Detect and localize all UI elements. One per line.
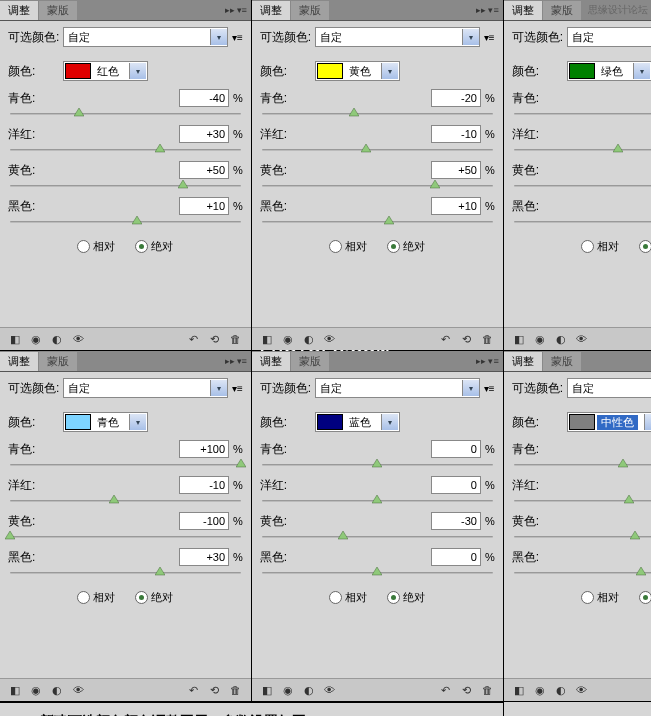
layer-icon[interactable]: ◧ <box>510 331 528 347</box>
trash-icon[interactable]: 🗑 <box>227 682 245 698</box>
back-icon[interactable]: ↶ <box>185 331 203 347</box>
radio-relative[interactable]: 相对 <box>77 590 115 605</box>
slider[interactable] <box>262 530 493 546</box>
radio-absolute[interactable]: 绝对 <box>387 590 425 605</box>
radio-absolute[interactable]: 绝对 <box>639 239 651 254</box>
preset-input[interactable] <box>64 380 210 396</box>
color-dropdown[interactable]: 黄色 ▾ <box>315 61 400 81</box>
chevron-down-icon[interactable]: ▾ <box>462 380 479 396</box>
panel-menu-icon[interactable]: ▾≡ <box>484 32 495 43</box>
tab-adjust[interactable]: 调整 <box>252 352 290 371</box>
slider[interactable] <box>10 215 241 231</box>
panel-menu-icon[interactable]: ▾≡ <box>232 32 243 43</box>
menu-icon[interactable]: ▾≡ <box>488 356 498 366</box>
preset-input[interactable] <box>64 29 210 45</box>
chevron-down-icon[interactable]: ▾ <box>210 380 227 396</box>
clip-icon[interactable]: ◐ <box>300 682 318 698</box>
preset-dropdown[interactable]: ▾ <box>63 378 228 398</box>
visibility-icon[interactable]: 👁 <box>321 331 339 347</box>
value-input[interactable] <box>179 440 229 458</box>
tab-adjust[interactable]: 调整 <box>504 352 542 371</box>
back-icon[interactable]: ↶ <box>437 331 455 347</box>
slider[interactable] <box>262 458 493 474</box>
preset-dropdown[interactable]: ▾ <box>63 27 228 47</box>
radio-absolute[interactable]: 绝对 <box>135 590 173 605</box>
slider[interactable] <box>10 530 241 546</box>
radio-absolute[interactable]: 绝对 <box>387 239 425 254</box>
radio-relative[interactable]: 相对 <box>581 239 619 254</box>
tab-adjust[interactable]: 调整 <box>252 1 290 20</box>
view-icon[interactable]: ◉ <box>279 331 297 347</box>
preset-dropdown[interactable]: ▾ <box>315 378 480 398</box>
color-dropdown[interactable]: 青色 ▾ <box>63 412 148 432</box>
tab-adjust[interactable]: 调整 <box>0 1 38 20</box>
slider[interactable] <box>10 143 241 159</box>
preset-input[interactable] <box>568 29 651 45</box>
back-icon[interactable]: ↶ <box>185 682 203 698</box>
clip-icon[interactable]: ◐ <box>48 331 66 347</box>
slider[interactable] <box>10 107 241 123</box>
trash-icon[interactable]: 🗑 <box>479 682 497 698</box>
value-input[interactable] <box>431 548 481 566</box>
slider[interactable] <box>10 566 241 582</box>
value-input[interactable] <box>431 440 481 458</box>
menu-icon[interactable]: ▾≡ <box>488 5 498 15</box>
value-input[interactable] <box>179 161 229 179</box>
slider[interactable] <box>262 566 493 582</box>
menu-icon[interactable]: ▾≡ <box>237 5 247 15</box>
reset-icon[interactable]: ⟲ <box>206 682 224 698</box>
layer-icon[interactable]: ◧ <box>258 331 276 347</box>
panel-menu-icon[interactable]: ▾≡ <box>232 383 243 394</box>
view-icon[interactable]: ◉ <box>27 331 45 347</box>
chevron-down-icon[interactable]: ▾ <box>381 63 398 79</box>
chevron-down-icon[interactable]: ▾ <box>129 63 146 79</box>
clip-icon[interactable]: ◐ <box>300 331 318 347</box>
value-input[interactable] <box>431 197 481 215</box>
slider[interactable] <box>10 494 241 510</box>
slider[interactable] <box>514 494 651 510</box>
tab-masks[interactable]: 蒙版 <box>291 352 329 371</box>
chevron-down-icon[interactable]: ▾ <box>381 414 398 430</box>
value-input[interactable] <box>431 125 481 143</box>
tab-adjust[interactable]: 调整 <box>0 352 38 371</box>
trash-icon[interactable]: 🗑 <box>479 331 497 347</box>
visibility-icon[interactable]: 👁 <box>69 331 87 347</box>
radio-relative[interactable]: 相对 <box>77 239 115 254</box>
back-icon[interactable]: ↶ <box>437 682 455 698</box>
value-input[interactable] <box>179 125 229 143</box>
reset-icon[interactable]: ⟲ <box>458 331 476 347</box>
radio-relative[interactable]: 相对 <box>329 590 367 605</box>
clip-icon[interactable]: ◐ <box>552 331 570 347</box>
tab-adjust[interactable]: 调整 <box>504 1 542 20</box>
tab-masks[interactable]: 蒙版 <box>291 1 329 20</box>
preset-dropdown[interactable]: ▾ <box>567 27 651 47</box>
layer-icon[interactable]: ◧ <box>6 682 24 698</box>
clip-icon[interactable]: ◐ <box>552 682 570 698</box>
preset-input[interactable] <box>316 380 462 396</box>
collapse-icon[interactable]: ▸▸ <box>225 356 235 366</box>
slider[interactable] <box>514 566 651 582</box>
slider[interactable] <box>10 179 241 195</box>
radio-relative[interactable]: 相对 <box>329 239 367 254</box>
color-dropdown[interactable]: 中性色 ▾ <box>567 412 651 432</box>
layer-icon[interactable]: ◧ <box>6 331 24 347</box>
collapse-icon[interactable]: ▸▸ <box>476 356 486 366</box>
value-input[interactable] <box>431 476 481 494</box>
reset-icon[interactable]: ⟲ <box>206 331 224 347</box>
value-input[interactable] <box>431 161 481 179</box>
collapse-icon[interactable]: ▸▸ <box>225 5 235 15</box>
chevron-down-icon[interactable]: ▾ <box>210 29 227 45</box>
color-dropdown[interactable]: 蓝色 ▾ <box>315 412 400 432</box>
preset-input[interactable] <box>568 380 651 396</box>
slider[interactable] <box>514 179 651 195</box>
view-icon[interactable]: ◉ <box>279 682 297 698</box>
value-input[interactable] <box>179 476 229 494</box>
tab-masks[interactable]: 蒙版 <box>543 1 581 20</box>
radio-absolute[interactable]: 绝对 <box>135 239 173 254</box>
chevron-down-icon[interactable]: ▾ <box>633 63 650 79</box>
menu-icon[interactable]: ▾≡ <box>237 356 247 366</box>
value-input[interactable] <box>179 89 229 107</box>
slider[interactable] <box>262 143 493 159</box>
preset-dropdown[interactable]: ▾ <box>567 378 651 398</box>
visibility-icon[interactable]: 👁 <box>573 331 591 347</box>
